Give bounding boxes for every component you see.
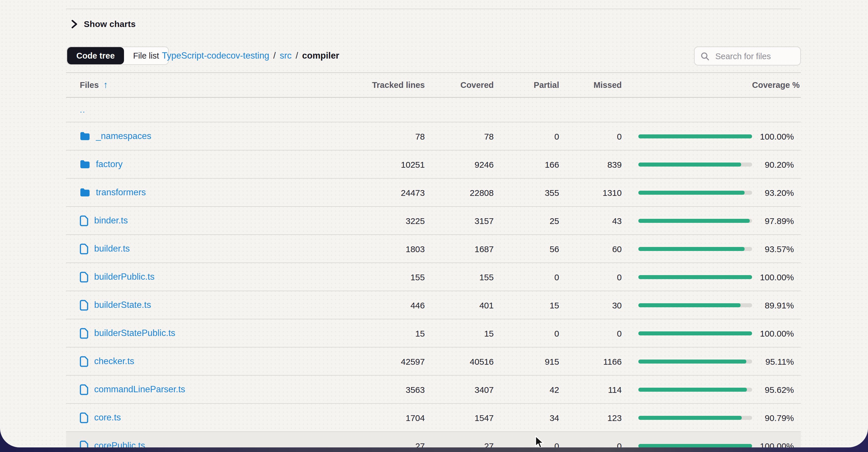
column-header-covered[interactable]: Covered bbox=[425, 81, 494, 90]
file-icon bbox=[80, 243, 88, 254]
table-row[interactable]: builderPublic.ts 155 155 0 0 100.00% bbox=[66, 263, 801, 291]
parent-directory-link[interactable]: .. bbox=[80, 105, 86, 114]
table-header-row: Files ↑ Tracked lines Covered Partial Mi… bbox=[66, 72, 801, 98]
partial-value: 25 bbox=[494, 216, 559, 225]
coverage-percent-value: 93.20% bbox=[752, 187, 801, 197]
column-header-missed[interactable]: Missed bbox=[559, 81, 622, 90]
tracked-lines-value: 1704 bbox=[356, 413, 425, 422]
coverage-percent-value: 97.89% bbox=[752, 216, 801, 225]
file-icon bbox=[80, 440, 88, 447]
file-list-button[interactable]: File list bbox=[124, 47, 168, 64]
coverage-bar-fill bbox=[639, 247, 745, 251]
coverage-bar-track bbox=[639, 190, 752, 194]
file-name-link[interactable]: transformers bbox=[96, 187, 146, 198]
file-name-link[interactable]: builderPublic.ts bbox=[94, 272, 154, 282]
show-charts-label: Show charts bbox=[84, 19, 136, 29]
tracked-lines-value: 10251 bbox=[356, 159, 425, 169]
partial-value: 915 bbox=[494, 356, 559, 366]
coverage-bar-fill bbox=[639, 275, 752, 279]
breadcrumb-separator: / bbox=[296, 51, 298, 61]
file-name-link[interactable]: _namespaces bbox=[96, 131, 151, 141]
table-row[interactable]: builder.ts 1803 1687 56 60 93.57% bbox=[66, 235, 801, 263]
missed-value: 30 bbox=[559, 300, 622, 310]
coverage-bar-track bbox=[639, 444, 752, 447]
file-name-link[interactable]: corePublic.ts bbox=[94, 441, 145, 447]
file-name-cell[interactable]: builder.ts bbox=[66, 243, 356, 254]
coverage-bar-fill bbox=[639, 387, 747, 391]
file-name-link[interactable]: builderState.ts bbox=[94, 300, 151, 310]
tracked-lines-value: 42597 bbox=[356, 356, 425, 366]
breadcrumb-separator: / bbox=[273, 51, 276, 61]
coverage-bar-track bbox=[639, 218, 752, 222]
file-name-cell[interactable]: commandLineParser.ts bbox=[66, 384, 356, 395]
column-header-files[interactable]: Files ↑ bbox=[66, 81, 356, 90]
file-name-cell[interactable]: corePublic.ts bbox=[66, 440, 356, 447]
coverage-bar-cell bbox=[622, 387, 752, 391]
file-name-cell[interactable]: binder.ts bbox=[66, 215, 356, 226]
table-row[interactable]: builderState.ts 446 401 15 30 89.91% bbox=[66, 291, 801, 319]
covered-value: 9246 bbox=[425, 159, 494, 169]
search-input[interactable] bbox=[714, 51, 795, 61]
column-header-partial[interactable]: Partial bbox=[494, 81, 559, 90]
coverage-bar-fill bbox=[639, 218, 750, 222]
breadcrumb: TypeScript-codecov-testing / src / compi… bbox=[162, 47, 339, 65]
partial-value: 0 bbox=[494, 272, 559, 282]
file-name-link[interactable]: checker.ts bbox=[94, 356, 134, 366]
table-row[interactable]: corePublic.ts 27 27 0 0 100.00% bbox=[66, 432, 801, 447]
table-row[interactable]: binder.ts 3225 3157 25 43 97.89% bbox=[66, 207, 801, 235]
partial-value: 15 bbox=[494, 300, 559, 310]
covered-value: 40516 bbox=[425, 356, 494, 366]
covered-value: 15 bbox=[425, 328, 494, 338]
table-row[interactable]: commandLineParser.ts 3563 3407 42 114 95… bbox=[66, 375, 801, 404]
file-name-cell[interactable]: _namespaces bbox=[66, 131, 356, 141]
table-row[interactable]: _namespaces 78 78 0 0 100.00% bbox=[66, 122, 801, 150]
table-row[interactable]: transformers 24473 22808 355 1310 93.20% bbox=[66, 179, 801, 207]
coverage-percent-value: 95.11% bbox=[752, 356, 801, 366]
file-name-link[interactable]: core.ts bbox=[94, 412, 121, 423]
file-name-cell[interactable]: factory bbox=[66, 159, 356, 170]
coverage-bar-track bbox=[639, 331, 752, 335]
covered-value: 22808 bbox=[425, 187, 494, 197]
column-header-coverage[interactable]: Coverage % bbox=[752, 81, 801, 90]
file-name-cell[interactable]: builderStatePublic.ts bbox=[66, 328, 356, 338]
parent-directory-row[interactable]: .. bbox=[66, 98, 801, 122]
table-row[interactable]: builderStatePublic.ts 15 15 0 0 100.00% bbox=[66, 319, 801, 348]
file-name-link[interactable]: commandLineParser.ts bbox=[94, 384, 185, 395]
coverage-percent-value: 90.20% bbox=[752, 159, 801, 169]
breadcrumb-src-link[interactable]: src bbox=[280, 51, 291, 61]
file-name-link[interactable]: factory bbox=[96, 159, 123, 170]
coverage-bar-cell bbox=[622, 218, 752, 222]
table-row[interactable]: factory 10251 9246 166 839 90.20% bbox=[66, 150, 801, 179]
coverage-bar-cell bbox=[622, 190, 752, 194]
file-name-cell[interactable]: builderState.ts bbox=[66, 300, 356, 310]
coverage-bar-track bbox=[639, 162, 752, 166]
file-name-link[interactable]: binder.ts bbox=[94, 215, 128, 226]
tracked-lines-value: 78 bbox=[356, 131, 425, 141]
coverage-bar-cell bbox=[622, 359, 752, 363]
top-divider bbox=[66, 9, 801, 9]
coverage-bar-cell bbox=[622, 275, 752, 279]
table-row[interactable]: core.ts 1704 1547 34 123 90.79% bbox=[66, 404, 801, 432]
file-name-cell[interactable]: transformers bbox=[66, 187, 356, 198]
table-row[interactable]: checker.ts 42597 40516 915 1166 95.11% bbox=[66, 348, 801, 375]
partial-value: 0 bbox=[494, 328, 559, 338]
file-name-cell[interactable]: core.ts bbox=[66, 412, 356, 423]
missed-value: 114 bbox=[559, 385, 622, 394]
missed-value: 0 bbox=[559, 131, 622, 141]
code-tree-button[interactable]: Code tree bbox=[67, 47, 124, 64]
column-header-tracked-lines[interactable]: Tracked lines bbox=[356, 81, 425, 90]
coverage-percent-value: 90.79% bbox=[752, 413, 801, 422]
file-name-cell[interactable]: builderPublic.ts bbox=[66, 271, 356, 282]
view-toggle: Code tree File list bbox=[67, 47, 169, 65]
file-icon bbox=[80, 328, 88, 338]
file-name-cell[interactable]: checker.ts bbox=[66, 356, 356, 367]
missed-value: 1166 bbox=[559, 356, 622, 366]
breadcrumb-repo-link[interactable]: TypeScript-codecov-testing bbox=[162, 51, 269, 61]
show-charts-toggle[interactable]: Show charts bbox=[71, 19, 136, 29]
file-name-link[interactable]: builderStatePublic.ts bbox=[94, 328, 175, 338]
file-name-link[interactable]: builder.ts bbox=[94, 243, 130, 254]
file-icon bbox=[80, 300, 88, 310]
folder-icon bbox=[80, 160, 90, 169]
partial-value: 355 bbox=[494, 187, 559, 197]
missed-value: 839 bbox=[559, 159, 622, 169]
